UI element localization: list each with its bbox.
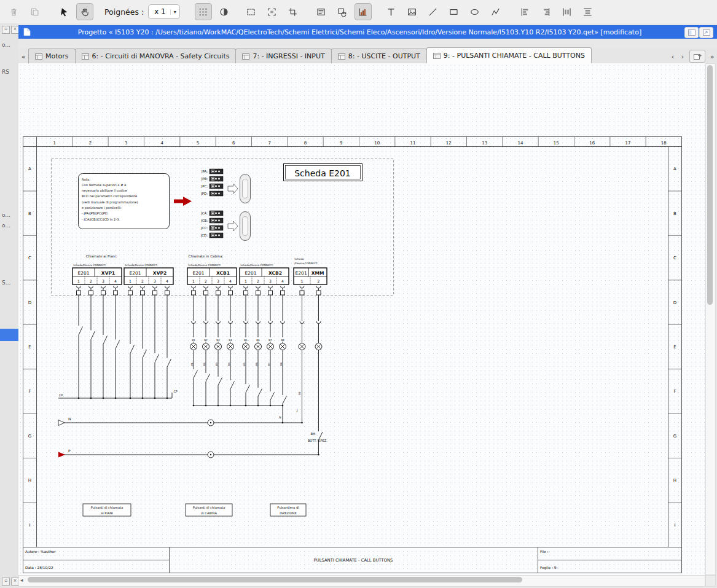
dock-float-icon[interactable]: ▫ (2, 26, 10, 34)
svg-text:2: 2 (90, 279, 92, 283)
svg-text:E201: E201 (129, 270, 141, 276)
dock-item-fragment[interactable]: o... (2, 42, 18, 48)
svg-text:Scheda/Device CONNECT.: Scheda/Device CONNECT. (73, 264, 106, 267)
scroll-left-arrow[interactable]: ◂ (20, 577, 23, 583)
first-tab-button[interactable]: « (18, 50, 28, 63)
trash-icon (9, 7, 19, 17)
dock-item-fragment[interactable]: o... (2, 212, 18, 218)
selection-mode-button[interactable] (243, 3, 260, 20)
refresh-images-button[interactable] (334, 3, 351, 20)
svg-text:2: 2 (318, 279, 320, 283)
svg-text:XMM: XMM (311, 270, 324, 276)
n-conductor[interactable]: N N : (58, 416, 302, 426)
dock-float-icon[interactable]: ▫ (2, 578, 10, 586)
info-marker: i (296, 409, 298, 414)
detach-tab-button[interactable] (689, 50, 705, 63)
schematic-canvas[interactable]: 123456789101112131415161718 AABBCCDDEEFF… (18, 63, 705, 575)
jumper-settings[interactable]: JPA:JPB:JPC:JPD:JCA:JCB:JCC:JCD: (200, 169, 223, 238)
chart-button[interactable] (355, 3, 372, 20)
distribute-h-button[interactable] (558, 3, 576, 20)
add-rectangle-button[interactable] (445, 3, 463, 20)
note-pointer-arrow[interactable] (174, 197, 192, 206)
svg-text:B: B (28, 211, 31, 216)
add-text-button[interactable] (383, 3, 400, 20)
inspection-wiring[interactable]: B0BM-BOTT. ISPEZ. (298, 295, 327, 455)
tab-4[interactable]: 9: - PULSANTI CHIAMATE - CALL BUTTONS (426, 47, 592, 63)
svg-text:6: 6 (232, 141, 235, 146)
svg-text:B2: B2 (203, 362, 206, 366)
tab-1[interactable]: 6: - Circuiti di MANOVRA - Safety Circui… (75, 49, 237, 63)
align-left-button[interactable] (517, 3, 534, 20)
svg-text:2: 2 (257, 279, 259, 283)
dock-item-fragment[interactable]: RS (2, 69, 18, 75)
tab-0[interactable]: Motors (28, 49, 76, 63)
add-line-button[interactable] (425, 3, 442, 20)
image-icon (407, 7, 417, 17)
dock-controls-top: ▫ × (2, 26, 19, 34)
detach-window-button[interactable] (699, 27, 713, 38)
floor-call-wiring[interactable]: CPCP (58, 295, 178, 399)
chevron-down-icon: ▾ (170, 9, 176, 15)
vertical-scrollbar[interactable] (705, 63, 716, 575)
svg-text:D: D (28, 300, 31, 305)
last-tab-button[interactable]: » (707, 50, 717, 63)
svg-text:1: 1 (301, 279, 304, 283)
svg-text:JCA:: JCA: (200, 211, 208, 216)
add-image-button[interactable] (404, 3, 421, 20)
tab-3[interactable]: 8: - USCITE - OUTPUT (331, 49, 427, 63)
text-area-button[interactable] (313, 3, 330, 20)
snap-grid-button[interactable] (195, 3, 212, 20)
tab-2[interactable]: 7: - INGRESSI - INPUT (235, 49, 331, 63)
antialias-button[interactable] (216, 3, 233, 20)
polyline-icon (490, 7, 501, 17)
zoom-area-button[interactable] (284, 3, 302, 20)
titleblock-date: Data : 28/10/22 (25, 566, 53, 570)
svg-text:Con fermate superiori a # è: Con fermate superiori a # è (82, 183, 126, 187)
align-right-button[interactable] (538, 3, 555, 20)
cabin-group-label: Chiamate in Cabina: (189, 254, 224, 258)
handles-select[interactable]: x 1 ▾ (148, 4, 180, 19)
window-titlebar[interactable]: Progetto « I5103 Y20 : /Users/tiziano/Wo… (18, 25, 717, 39)
board-title-box[interactable]: Scheda E201 (284, 164, 362, 181)
svg-text:B7: B7 (268, 339, 272, 342)
svg-text:3: 3 (102, 279, 104, 283)
paste-button (26, 3, 43, 20)
dock-selected-item[interactable] (0, 329, 18, 341)
dock-item-fragment[interactable]: S... (2, 280, 18, 286)
pan-tool-button[interactable] (76, 3, 93, 20)
svg-text:E201: E201 (77, 270, 89, 276)
distribute-v-button[interactable] (579, 3, 597, 20)
floor-group-label: Chiamate ai Piani: (86, 254, 117, 258)
toggle-panel-button[interactable] (684, 27, 699, 38)
svg-text:Scheda/Device CONNECT.: Scheda/Device CONNECT. (240, 264, 273, 267)
svg-text:1: 1 (192, 279, 195, 283)
svg-text:F: F (673, 389, 676, 394)
align-left-icon (520, 7, 530, 17)
cabin-call-wiring[interactable]: B1B1B2B2B3B3B4B4B5B5B6B6B7B7B8B8 (190, 295, 287, 423)
left-dock-strip: ▫ × o...RSo...o...S... ▫ × (0, 23, 19, 588)
zoom-fit-button[interactable] (264, 3, 281, 20)
next-tab-button[interactable]: › (678, 50, 688, 63)
horizontal-scrollbar[interactable]: ◂ (18, 575, 705, 587)
terminal-blocks[interactable]: Scheda/Device CONNECT.E201XVP11234Scheda… (72, 264, 327, 295)
svg-text:B1: B1 (192, 339, 195, 342)
add-ellipse-button[interactable] (466, 3, 484, 20)
svg-text:BCD nel parametro corrisponden: BCD nel parametro corrispondente (82, 194, 137, 198)
horizontal-scrollbar-thumb[interactable] (28, 577, 522, 582)
image-sync-icon (337, 7, 347, 17)
svg-text:Pulsantiera di: Pulsantiera di (277, 506, 299, 509)
tab-label: 9: - PULSANTI CHIAMATE - CALL BUTTONS (444, 52, 585, 60)
p-conductor[interactable]: P (58, 449, 319, 458)
dock-item-fragment[interactable]: o... (2, 222, 18, 229)
svg-text:7: 7 (268, 141, 270, 146)
svg-text:10: 10 (374, 141, 380, 146)
add-polyline-button[interactable] (487, 3, 504, 20)
prev-tab-button[interactable]: ‹ (668, 50, 678, 63)
handles-value: x 1 (154, 7, 166, 16)
rect-icon (449, 7, 459, 17)
svg-text:1: 1 (77, 279, 80, 283)
select-tool-button[interactable] (55, 3, 72, 20)
board-connectors[interactable] (228, 174, 251, 241)
vertical-scrollbar-thumb[interactable] (707, 65, 713, 305)
titleblock-title: PULSANTI CHIAMATE - CALL BUTTONS (314, 558, 393, 563)
